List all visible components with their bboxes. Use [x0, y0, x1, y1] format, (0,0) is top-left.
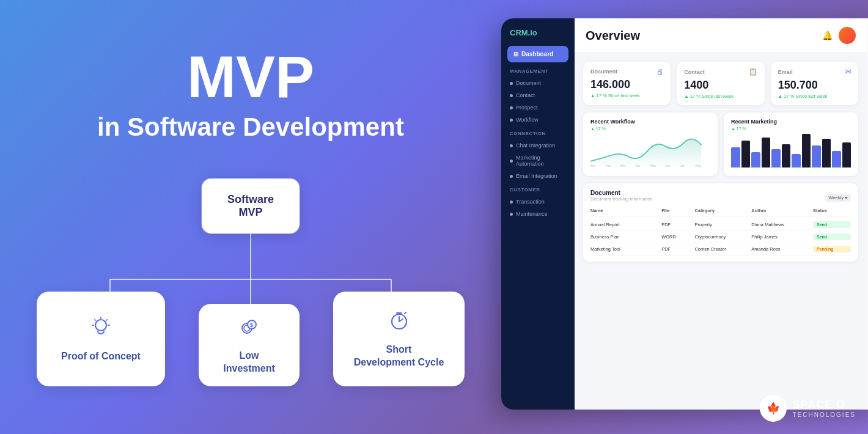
stat-contact-label: Contact	[684, 69, 705, 75]
center-box-text: SoftwareMVP	[227, 193, 274, 219]
crm-logo: CRM.io	[507, 28, 568, 37]
table-title: Document	[590, 189, 653, 196]
spaceo-name: SPACE O	[793, 399, 856, 411]
crm-header-right: 🔔	[822, 27, 856, 44]
spaceo-sub: TECHNOLOGIES	[793, 411, 856, 418]
col-author: Author	[751, 208, 813, 213]
stat-cards: Document 🖨 146.000 ▲ 17 % Since last wee…	[583, 62, 858, 105]
table-row: Marketing Tool PDF Conten Creator Amanda…	[590, 243, 851, 256]
svg-text:Aug: Aug	[696, 164, 701, 167]
table-subtitle: Document tracking information	[590, 196, 653, 202]
dashboard-nav-btn[interactable]: ⊞ Dashboard	[507, 46, 568, 62]
row1-author: Diana Matthews	[751, 222, 813, 227]
spaceo-icon: 🍁	[760, 395, 787, 422]
stat-contact-value: 1400	[684, 79, 757, 92]
row3-file: PDF	[661, 246, 694, 252]
crm-content: Document 🖨 146.000 ▲ 17 % Since last wee…	[575, 53, 867, 410]
nav-contact[interactable]: Contact	[507, 89, 568, 101]
nav-maintenance[interactable]: Maintenance	[507, 208, 568, 220]
crm-main: Overview 🔔 Document 🖨 146.000 ▲ 17 % Sin…	[575, 18, 867, 410]
user-avatar[interactable]	[839, 27, 856, 44]
card-low-investment: $ LowInvestment	[199, 304, 300, 386]
document-table: Document Document tracking information W…	[583, 183, 858, 262]
nav-document[interactable]: Document	[507, 77, 568, 89]
lightbulb-icon	[89, 315, 112, 344]
row1-file: PDF	[661, 222, 694, 227]
row2-status: Send	[813, 234, 851, 240]
mvp-diagram: SoftwareMVP Proof	[37, 178, 465, 386]
marketing-bar-chart	[731, 134, 851, 167]
spaceo-text-block: SPACE O TECHNOLOGIES	[793, 399, 856, 418]
stat-doc-change: ▲ 17 % Since last week	[590, 93, 663, 98]
svg-line-9	[95, 320, 95, 320]
stat-email-value: 150.700	[778, 79, 851, 92]
management-section-title: Management	[510, 68, 568, 74]
short-dev-label: ShortDevelopment Cycle	[354, 344, 444, 369]
bar-7	[792, 154, 801, 167]
bar-2	[741, 141, 751, 167]
email-icon: ✉	[845, 68, 851, 76]
card-proof-of-concept: Proof of Concept	[37, 292, 165, 386]
bar-9	[812, 145, 821, 167]
row3-name: Marketing Tool	[590, 246, 661, 252]
proof-of-concept-label: Proof of Concept	[61, 350, 141, 363]
table-header-row: Document Document tracking information W…	[590, 189, 851, 205]
bar-4	[762, 138, 771, 168]
stat-document: Document 🖨 146.000 ▲ 17 % Since last wee…	[583, 62, 671, 105]
bar-12	[842, 142, 851, 167]
stat-email-label: Email	[778, 69, 793, 75]
bar-6	[782, 144, 791, 168]
card-short-development: ShortDevelopment Cycle	[333, 292, 465, 386]
row2-author: Philip James	[751, 234, 813, 240]
bar-10	[822, 139, 831, 167]
col-status: Status	[813, 208, 851, 213]
row2-file: WORD	[661, 234, 694, 240]
bar-3	[751, 152, 760, 167]
svg-text:Jun: Jun	[666, 164, 671, 167]
clock-icon	[388, 309, 411, 337]
main-title: MVP	[187, 48, 314, 106]
stat-email: Email ✉ 150.700 ▲ 17 % Since last week	[771, 62, 858, 105]
stat-email-change: ▲ 17 % Since last week	[778, 94, 851, 99]
marketing-chart-title: Recent Marketing	[731, 119, 851, 125]
bar-1	[731, 147, 740, 167]
row3-author: Amanda Ross	[751, 246, 813, 252]
bell-icon[interactable]: 🔔	[822, 31, 833, 40]
bar-11	[832, 151, 841, 168]
nav-chat[interactable]: Chat Integration	[507, 139, 568, 152]
row2-category: Cryptocurrency	[694, 234, 751, 240]
nav-transaction[interactable]: Transaction	[507, 196, 568, 208]
svg-text:Feb: Feb	[606, 164, 611, 167]
stat-doc-label: Document	[590, 68, 617, 75]
left-section: MVP in Software Development SoftwareMVP	[0, 0, 501, 434]
customer-section-title: Customer	[510, 187, 568, 193]
contact-icon: 📋	[749, 68, 757, 76]
marketing-chart-card: Recent Marketing ▲ 17 %	[724, 112, 858, 176]
nav-workflow[interactable]: Workflow	[507, 114, 568, 126]
row1-name: Annual Report	[590, 222, 661, 227]
spaceo-logo: 🍁 SPACE O TECHNOLOGIES	[760, 395, 856, 422]
workflow-chart-card: Recent Workflow ▲ 17 % Jan	[583, 112, 718, 176]
table-row: Annual Report PDF Property Diana Matthew…	[590, 219, 851, 231]
workflow-chart-title: Recent Workflow	[590, 119, 710, 125]
nav-email[interactable]: Email Integration	[507, 170, 568, 182]
nav-prospect[interactable]: Prospect	[507, 101, 568, 114]
marketing-chart-change: ▲ 17 %	[731, 127, 851, 131]
nav-marketing[interactable]: Marketing Automation	[507, 152, 568, 170]
table-columns: Name File Category Author Status	[590, 208, 851, 216]
row3-category: Conten Creator	[694, 246, 751, 252]
charts-row: Recent Workflow ▲ 17 % Jan	[583, 112, 858, 176]
row2-name: Business Plan	[590, 234, 661, 240]
crm-panel: CRM.io ⊞ Dashboard Management Document C…	[501, 18, 868, 410]
bottom-cards: Proof of Concept $ LowInvestment	[37, 292, 465, 386]
coins-icon: $	[238, 315, 261, 344]
svg-text:Jul: Jul	[680, 164, 684, 167]
crm-header: Overview 🔔	[575, 18, 867, 53]
crm-overview-title: Overview	[586, 29, 640, 43]
weekly-filter-btn[interactable]: Weekly ▾	[825, 194, 851, 202]
col-file: File	[661, 208, 694, 213]
stat-contact: Contact 📋 1400 ▲ 17 % Since last week	[677, 62, 764, 105]
svg-text:Apr: Apr	[636, 164, 641, 167]
stat-contact-change: ▲ 17 % Since last week	[684, 94, 757, 99]
sub-title: in Software Development	[97, 112, 404, 142]
